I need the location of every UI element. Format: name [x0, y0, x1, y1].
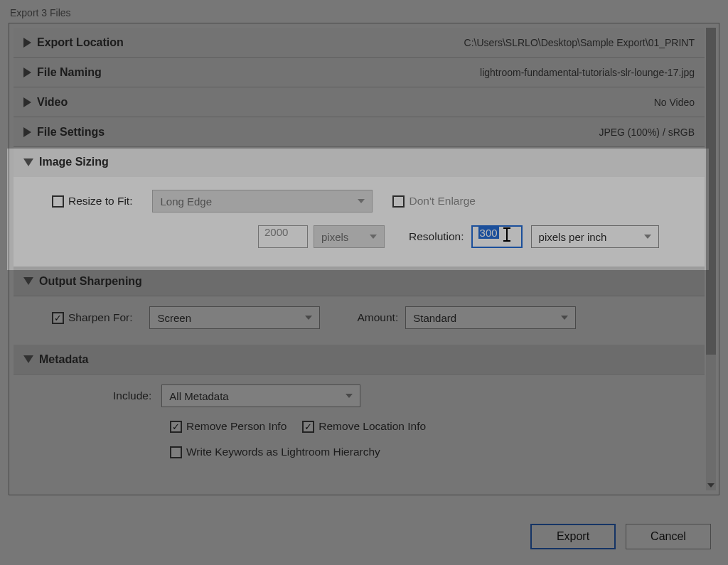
disclosure-down-icon: [23, 158, 33, 166]
disclosure-down-icon: [23, 355, 33, 363]
metadata-include-value: All Metadata: [169, 390, 228, 402]
section-title: File Settings: [37, 126, 105, 139]
section-title: Image Sizing: [39, 156, 109, 168]
dont-enlarge-checkbox[interactable]: [392, 195, 405, 208]
resolution-value: 300: [478, 227, 499, 239]
section-title: Export Location: [37, 36, 124, 49]
disclosure-right-icon: [23, 97, 31, 107]
resolution-unit-value: pixels per inch: [539, 231, 607, 243]
resolution-input[interactable]: 300: [471, 225, 523, 248]
dialog-footer: Export Cancel: [530, 524, 711, 549]
vertical-scrollbar[interactable]: [706, 28, 716, 490]
cancel-button[interactable]: Cancel: [626, 524, 711, 549]
section-summary: lightroom-fundamental-tutorials-slr-loun…: [480, 67, 695, 78]
scroll-area: Export Location C:\Users\SLRLO\Desktop\S…: [9, 23, 719, 495]
chevron-down-icon: [305, 316, 312, 320]
output-sharpening-body: Sharpen For: Screen Amount: Standard: [14, 296, 705, 345]
disclosure-right-icon: [23, 68, 31, 77]
window-title: Export 3 Files: [0, 0, 728, 23]
sharpen-for-label: Sharpen For:: [68, 311, 132, 324]
metadata-body: Include: All Metadata Remove Person Info…: [14, 375, 705, 474]
dimension-input[interactable]: 2000: [258, 225, 308, 248]
export-button[interactable]: Export: [530, 524, 616, 549]
sharpen-medium-dropdown[interactable]: Screen: [149, 306, 320, 329]
section-metadata[interactable]: Metadata: [14, 345, 705, 375]
resolution-unit-dropdown[interactable]: pixels per inch: [531, 225, 659, 248]
sharpen-amount-dropdown[interactable]: Standard: [405, 306, 576, 329]
resize-to-fit-label: Resize to Fit:: [68, 195, 132, 208]
amount-label: Amount:: [357, 311, 398, 324]
sharpen-medium-value: Screen: [157, 312, 191, 324]
remove-person-info-label: Remove Person Info: [186, 420, 287, 433]
chevron-down-icon: [370, 235, 377, 239]
fit-mode-dropdown[interactable]: Long Edge: [152, 190, 373, 212]
remove-location-info-checkbox[interactable]: [302, 421, 314, 433]
export-panels: Export Location C:\Users\SLRLO\Desktop\S…: [9, 23, 719, 495]
scroll-down-icon[interactable]: [706, 480, 716, 490]
disclosure-right-icon: [23, 38, 31, 48]
section-summary: JPEG (100%) / sRGB: [599, 127, 695, 138]
chevron-down-icon: [644, 235, 651, 239]
chevron-down-icon: [561, 316, 568, 320]
disclosure-down-icon: [23, 277, 33, 285]
chevron-down-icon: [346, 394, 353, 398]
fit-mode-value: Long Edge: [160, 195, 212, 208]
remove-location-info-label: Remove Location Info: [318, 420, 426, 433]
section-title: Video: [37, 96, 68, 109]
chevron-down-icon: [358, 199, 365, 203]
dont-enlarge-label: Don't Enlarge: [409, 195, 475, 208]
resize-to-fit-checkbox[interactable]: [52, 195, 64, 208]
section-file-naming[interactable]: File Naming lightroom-fundamental-tutori…: [14, 58, 705, 87]
section-image-sizing[interactable]: Image Sizing: [14, 147, 705, 177]
dimension-unit-dropdown[interactable]: pixels: [314, 225, 385, 248]
section-title: File Naming: [37, 66, 102, 79]
sharpen-for-checkbox[interactable]: [52, 312, 64, 324]
sharpen-amount-value: Standard: [413, 312, 456, 324]
section-title: Metadata: [39, 353, 88, 366]
section-export-location[interactable]: Export Location C:\Users\SLRLO\Desktop\S…: [14, 28, 705, 58]
dimension-unit-value: pixels: [321, 231, 348, 243]
section-video[interactable]: Video No Video: [14, 87, 705, 117]
remove-person-info-checkbox[interactable]: [170, 421, 182, 433]
section-summary: No Video: [654, 97, 695, 108]
metadata-include-dropdown[interactable]: All Metadata: [161, 384, 360, 407]
include-label: Include:: [113, 389, 151, 402]
section-output-sharpening[interactable]: Output Sharpening: [14, 267, 705, 296]
section-file-settings[interactable]: File Settings JPEG (100%) / sRGB: [14, 117, 705, 147]
section-summary: C:\Users\SLRLO\Desktop\Sample Export\01_…: [464, 37, 695, 48]
section-title: Output Sharpening: [39, 275, 142, 288]
write-keywords-label: Write Keywords as Lightroom Hierarchy: [186, 446, 380, 458]
resolution-label: Resolution:: [409, 230, 464, 243]
image-sizing-body: Resize to Fit: Long Edge Don't Enlarge 2…: [14, 177, 705, 267]
disclosure-right-icon: [23, 127, 31, 137]
scroll-thumb[interactable]: [706, 28, 716, 355]
write-keywords-checkbox[interactable]: [170, 446, 182, 458]
